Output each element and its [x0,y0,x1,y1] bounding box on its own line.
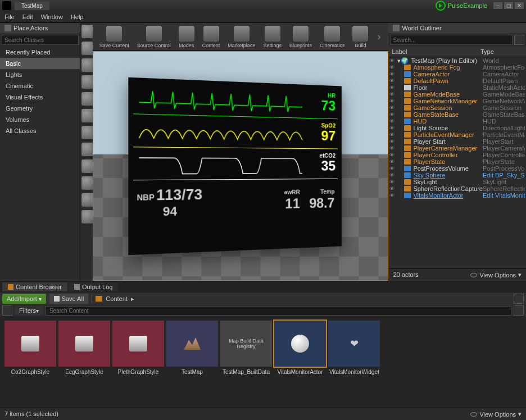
actor-item[interactable]: Em [80,40,93,57]
close-button[interactable]: ✕ [515,2,524,9]
actor-item[interactable]: Sp [80,208,93,225]
outliner-row[interactable]: 👁ParticleEventManagerParticleEventMana [388,131,526,138]
content-view-options[interactable]: View Options▾ [470,410,522,418]
actor-item[interactable]: Po [80,74,93,90]
category-recently-placed[interactable]: Recently Placed [0,47,80,58]
vitals-monitor: HR73 SpO297 etCO235 NBP 113/73 94 awR [128,77,341,255]
asset-VitalsMonitorWidget[interactable]: ❤VitalsMonitorWidget [328,321,380,403]
outliner-col-type[interactable]: Type [480,48,523,55]
disk-icon [54,296,60,302]
toolbar-build[interactable]: Build [349,25,371,49]
toolbar-content[interactable]: Content [199,25,224,49]
outliner-row[interactable]: 👁VitalsMonitorActorEdit VitalsMonito [388,192,526,199]
place-actors-tab[interactable]: Place Actors [0,23,80,33]
outliner-row[interactable]: 👁PlayerCameraManagerPlayerCameraMan [388,145,526,152]
outliner-row[interactable]: 👁GameNetworkManagerGameNetworkMan [388,98,526,104]
content-grid: Co2GraphStyleEcgGraphStylePlethGraphStyl… [0,316,526,408]
actor-item[interactable]: Cyl [80,141,93,158]
play-indicator-icon [436,1,446,11]
actor-item[interactable]: Em [80,57,93,74]
menu-file[interactable]: File [4,13,15,20]
maximize-button[interactable]: ▢ [504,2,513,9]
actor-item[interactable]: Co [80,158,93,175]
outliner-row[interactable]: 👁Sky SphereEdit BP_Sky_Sph [388,172,526,179]
actor-item[interactable]: Pla [80,90,93,107]
outliner-row[interactable]: 👁PlayerControllerPlayerController [388,152,526,158]
category-cinematic[interactable]: Cinematic [0,80,80,92]
toolbar-source-control[interactable]: Source Control [134,25,174,49]
outliner-row[interactable]: 👁PostProcessVolumePostProcessVolum [388,165,526,172]
menu-window[interactable]: Window [41,13,63,20]
asset-PlethGraphStyle[interactable]: PlethGraphStyle [112,321,164,403]
level-tab[interactable]: TestMap [15,2,49,10]
ecg-wave [133,84,307,117]
actor-item[interactable]: Pla [80,175,93,191]
category-all-classes[interactable]: All Classes [0,125,80,136]
outliner-row[interactable]: 👁CameraActorCameraActor [388,71,526,77]
sources-toggle[interactable] [2,305,12,316]
ue-logo-icon [2,1,11,10]
outliner-row[interactable]: 👁SkyLightSkyLight [388,179,526,185]
outliner-view-options[interactable]: View Options▾ [470,271,522,279]
outliner-search-opts[interactable] [514,35,524,45]
asset-TestMap_BuiltData[interactable]: Map Build Data RegistryTestMap_BuiltData [220,321,272,403]
main-toolbar: Save CurrentSource ControlModesContentMa… [93,23,389,51]
toolbar-modes[interactable]: Modes [175,25,198,49]
outliner-row[interactable]: 👁DefaultPawnDefaultPawn [388,77,526,84]
category-lights[interactable]: Lights [0,69,80,80]
save-all-button[interactable]: Save All [49,294,89,304]
category-geometry[interactable]: Geometry [0,103,80,114]
toolbar-overflow[interactable]: › [373,31,385,43]
outliner-row[interactable]: 👁GameStateBaseGameStateBase [388,111,526,118]
search-classes-input[interactable] [2,35,79,45]
outliner-row[interactable]: 👁Light SourceDirectionalLight [388,125,526,131]
asset-VitalsMonitorActor[interactable]: VitalsMonitorActor [274,321,326,403]
asset-EcgGraphStyle[interactable]: EcgGraphStyle [58,321,110,403]
actor-item[interactable]: Bo [80,191,93,208]
actor-palette: EmEmEmPoPlaCuSpCylCoPlaBoSp [80,23,93,281]
actor-item[interactable]: Sp [80,124,93,141]
toolbar-cinematics[interactable]: Cinematics [316,25,348,49]
outliner-row[interactable]: 👁GameSessionGameSession [388,104,526,111]
menu-edit[interactable]: Edit [22,13,33,20]
content-browser-tab[interactable]: Content Browser [2,282,67,291]
outliner-row[interactable]: 👁PlayerStatePlayerState [388,158,526,165]
output-log-tab[interactable]: Output Log [69,282,118,291]
toolbar-save-current[interactable]: Save Current [96,25,133,49]
toolbar-marketplace[interactable]: Marketplace [224,25,259,49]
outliner-col-label[interactable]: Label [392,48,480,55]
actor-item[interactable]: Em [80,23,93,40]
project-name: PulseExample [448,2,487,9]
asset-TestMap[interactable]: TestMap [166,321,218,403]
menu-help[interactable]: Help [71,13,84,20]
place-actors-panel: Place Actors Recently PlacedBasicLightsC… [0,23,80,281]
category-volumes[interactable]: Volumes [0,114,80,125]
minimize-button[interactable]: – [493,2,502,9]
category-basic[interactable]: Basic [0,58,80,69]
actor-item[interactable]: Cu [80,107,93,124]
breadcrumb[interactable]: Content▸ [96,295,134,303]
content-search-input[interactable] [46,306,511,316]
outliner-search-input[interactable] [390,35,513,45]
pleth-wave [133,117,307,148]
viewport[interactable]: HR73 SpO297 etCO235 NBP 113/73 94 awR [93,51,389,281]
asset-Co2GraphStyle[interactable]: Co2GraphStyle [4,321,56,403]
outliner-row[interactable]: 👁GameModeBaseGameModeBase [388,91,526,98]
toolbar-blueprints[interactable]: Blueprints [286,25,315,49]
content-search-icon[interactable] [514,305,524,316]
outliner-row[interactable]: 👁FloorStaticMeshActor [388,84,526,91]
toolbar-settings[interactable]: Settings [260,25,285,49]
titlebar: TestMap PulseExample – ▢ ✕ [0,0,526,11]
add-import-button[interactable]: Add/Import ▾ [2,294,46,304]
folder-icon [96,296,102,302]
outliner-row[interactable]: 👁Player StartPlayerStart [388,138,526,145]
outliner-root[interactable]: 👁▾🌍TestMap (Play In Editor)World [388,57,526,64]
lock-button[interactable] [514,294,524,304]
world-outliner-tab[interactable]: World Outliner [388,23,526,33]
filters-button[interactable]: Filters▾ [15,306,43,315]
outliner-row[interactable]: 👁SphereReflectionCaptureSphereReflection… [388,185,526,192]
category-visual-effects[interactable]: Visual Effects [0,92,80,103]
world-outliner-panel: World Outliner Label Type 👁▾🌍TestMap (Pl… [388,23,526,281]
outliner-row[interactable]: 👁Atmospheric FogAtmosphericFog [388,64,526,71]
outliner-row[interactable]: 👁HUDHUD [388,118,526,125]
